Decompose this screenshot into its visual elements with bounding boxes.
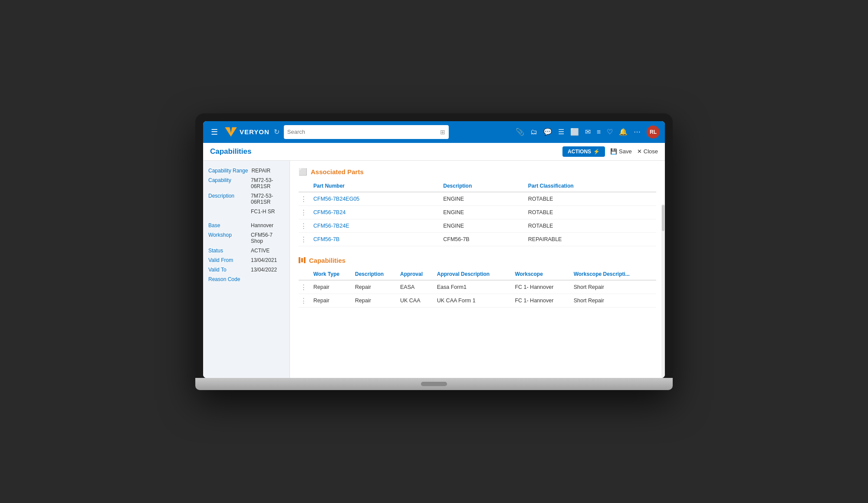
row-menu-button[interactable]: ⋮ bbox=[299, 296, 309, 305]
row-menu-button[interactable]: ⋮ bbox=[299, 282, 309, 291]
sidebar-row-status: Status ACTIVE bbox=[203, 246, 289, 255]
cap-col-description-header: Description bbox=[355, 268, 400, 280]
main-layout: Capability Range REPAIR Capability 7M72-… bbox=[203, 161, 665, 378]
part-description: ENGINE bbox=[443, 192, 528, 206]
sidebar-row-valid-from: Valid From 13/04/2021 bbox=[203, 255, 289, 265]
list-icon[interactable]: ☰ bbox=[558, 128, 564, 136]
sidebar-row-capability-range: Capability Range REPAIR bbox=[203, 166, 289, 175]
card-icon[interactable]: 🗂 bbox=[530, 128, 537, 136]
sidebar-label-status: Status bbox=[208, 248, 247, 254]
bell-icon[interactable]: 🔔 bbox=[619, 128, 628, 136]
part-classification: ROTABLE bbox=[528, 205, 656, 219]
heart-icon[interactable]: ♡ bbox=[607, 128, 613, 136]
close-icon: ✕ bbox=[637, 148, 642, 155]
table-row: ⋮ CFM56-7B CFM56-7B REPAIRABLE bbox=[299, 232, 656, 246]
chat-icon[interactable]: 💬 bbox=[543, 128, 552, 136]
cap-col-menu-header bbox=[299, 268, 313, 280]
parts-icon: ⬜ bbox=[299, 168, 307, 176]
sidebar-value-description2: FC1-H SR bbox=[251, 208, 275, 215]
table-row: ⋮ CFM56-7B24E ENGINE ROTABLE bbox=[299, 219, 656, 232]
part-number-link[interactable]: CFM56-7B bbox=[313, 236, 339, 242]
sidebar-label-capability-range: Capability Range bbox=[208, 168, 248, 174]
part-description: ENGINE bbox=[443, 205, 528, 219]
row-menu-button[interactable]: ⋮ bbox=[299, 221, 309, 230]
cap-workscope-description: Short Repair bbox=[574, 280, 656, 294]
part-classification: REPAIRABLE bbox=[528, 232, 656, 246]
sidebar-row-workshop: Workshop CFM56-7 Shop bbox=[203, 230, 289, 246]
associated-parts-title: Associated Parts bbox=[311, 168, 364, 175]
part-classification: ROTABLE bbox=[528, 192, 656, 206]
window-icon[interactable]: ⬜ bbox=[570, 128, 579, 136]
part-classification: ROTABLE bbox=[528, 219, 656, 232]
sidebar: Capability Range REPAIR Capability 7M72-… bbox=[203, 161, 290, 378]
grid-icon[interactable]: ⋯ bbox=[634, 128, 641, 136]
app-logo: VERYON bbox=[225, 127, 270, 137]
cap-description: Repair bbox=[355, 280, 400, 294]
page-title: Capabilities bbox=[210, 147, 251, 156]
cap-workscope: FC 1- Hannover bbox=[515, 280, 573, 294]
cap-col-work-type-header: Work Type bbox=[313, 268, 355, 280]
sidebar-label-valid-from: Valid From bbox=[208, 257, 247, 263]
search-input[interactable] bbox=[287, 129, 440, 135]
scrollbar-track[interactable] bbox=[661, 204, 665, 378]
cap-col-approval-header: Approval bbox=[400, 268, 437, 280]
row-menu-button[interactable]: ⋮ bbox=[299, 208, 309, 217]
sidebar-row-capability: Capability 7M72-53-06R1SR bbox=[203, 175, 289, 191]
search-db-icon: ⊞ bbox=[440, 129, 445, 136]
save-button[interactable]: 💾 Save bbox=[610, 148, 632, 155]
refresh-icon[interactable]: ↻ bbox=[274, 128, 279, 136]
sidebar-value-valid-from: 13/04/2021 bbox=[251, 257, 277, 263]
mail-icon[interactable]: ✉ bbox=[585, 128, 591, 136]
logo-icon bbox=[225, 127, 237, 137]
capabilities-table: Work Type Description Approval Approval … bbox=[299, 268, 656, 308]
sidebar-value-capability-range: REPAIR bbox=[251, 168, 270, 174]
actions-label: ACTIONS bbox=[568, 149, 591, 155]
subheader: Capabilities ACTIONS ⚡ 💾 Save ✕ Close bbox=[203, 143, 665, 161]
sidebar-label-workshop: Workshop bbox=[208, 232, 247, 244]
scrollbar-thumb[interactable] bbox=[662, 205, 664, 231]
topbar-icons: 📎 🗂 💬 ☰ ⬜ ✉ ≡ ♡ 🔔 ⋯ RL bbox=[516, 126, 660, 139]
cap-icon bbox=[299, 257, 306, 263]
sidebar-value-status: ACTIVE bbox=[251, 248, 270, 254]
part-number-link[interactable]: CFM56-7B24 bbox=[313, 209, 345, 215]
cap-workscope-description: Short Repair bbox=[574, 294, 656, 307]
cap-work-type: Repair bbox=[313, 280, 355, 294]
sidebar-row-description: Description 7M72-53-06R1SR bbox=[203, 191, 289, 207]
part-number-link[interactable]: CFM56-7B24E bbox=[313, 223, 349, 229]
sidebar-label-base: Base bbox=[208, 222, 247, 228]
row-menu-button[interactable]: ⋮ bbox=[299, 235, 309, 244]
sidebar-label-description2 bbox=[208, 208, 247, 215]
hamburger-menu[interactable]: ☰ bbox=[208, 126, 220, 139]
menu-icon[interactable]: ≡ bbox=[597, 128, 601, 136]
cap-col-approval-desc-header: Approval Description bbox=[437, 268, 515, 280]
table-row: ⋮ Repair Repair UK CAA UK CAA Form 1 FC … bbox=[299, 294, 656, 307]
capabilities-title: Capabilities bbox=[309, 257, 345, 264]
col-description-header: Description bbox=[443, 180, 528, 192]
close-button[interactable]: ✕ Close bbox=[637, 148, 658, 155]
row-menu-button[interactable]: ⋮ bbox=[299, 194, 309, 203]
sidebar-label-description: Description bbox=[208, 193, 247, 205]
cap-approval: EASA bbox=[400, 280, 437, 294]
cap-col-workscope-desc-header: Workscope Descripti... bbox=[574, 268, 656, 280]
paperclip-icon[interactable]: 📎 bbox=[516, 128, 524, 136]
user-avatar[interactable]: RL bbox=[647, 126, 660, 139]
cap-approval-description: UK CAA Form 1 bbox=[437, 294, 515, 307]
cap-approval-description: Easa Form1 bbox=[437, 280, 515, 294]
sidebar-label-valid-to: Valid To bbox=[208, 267, 247, 273]
sidebar-row-reason-code: Reason Code bbox=[203, 275, 289, 284]
sidebar-row-base: Base Hannover bbox=[203, 221, 289, 230]
col-classification-header: Part Classification bbox=[528, 180, 656, 192]
cap-col-workscope-header: Workscope bbox=[515, 268, 573, 280]
capabilities-section-title: Capabilities bbox=[299, 257, 656, 264]
actions-button[interactable]: ACTIONS ⚡ bbox=[562, 146, 605, 157]
search-bar[interactable]: ⊞ bbox=[284, 125, 449, 139]
sidebar-value-workshop: CFM56-7 Shop bbox=[251, 232, 284, 244]
table-row: ⋮ CFM56-7B24 ENGINE ROTABLE bbox=[299, 205, 656, 219]
col-part-number-header: Part Number bbox=[313, 180, 443, 192]
part-number-link[interactable]: CFM56-7B24EG05 bbox=[313, 196, 359, 202]
part-description: ENGINE bbox=[443, 219, 528, 232]
save-label: Save bbox=[619, 148, 632, 155]
sidebar-value-base: Hannover bbox=[251, 222, 273, 228]
content-wrapper: ⬜ Associated Parts Part Number Descripti… bbox=[290, 161, 665, 378]
sidebar-value-description: 7M72-53-06R1SR bbox=[251, 193, 284, 205]
